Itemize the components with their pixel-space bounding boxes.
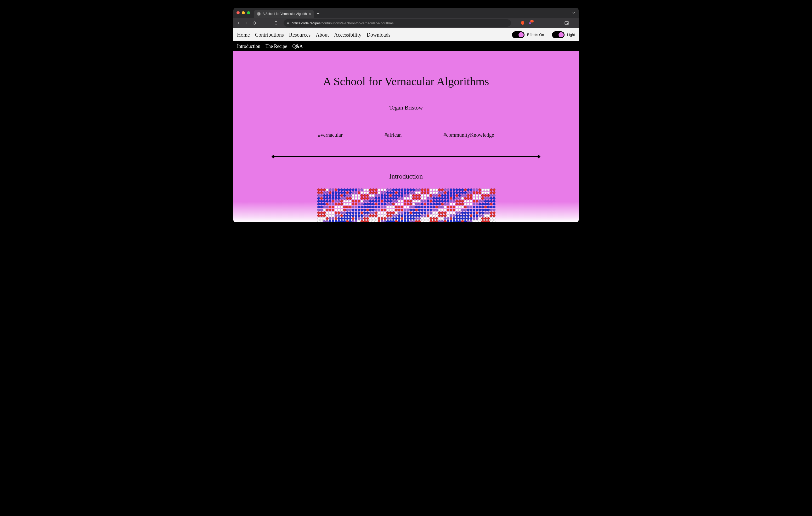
close-window-button[interactable]: [236, 11, 240, 14]
globe-icon: [257, 12, 261, 16]
subnav-recipe[interactable]: The Recipe: [265, 44, 287, 49]
theme-label: Light: [567, 33, 575, 37]
beadwork-image: [317, 188, 495, 222]
svg-rect-5: [567, 23, 568, 24]
theme-toggle[interactable]: [552, 31, 564, 38]
effects-label: Effects On: [527, 33, 544, 37]
bookmark-icon[interactable]: [274, 21, 278, 25]
window-controls: [236, 11, 250, 14]
close-tab-button[interactable]: ×: [309, 12, 311, 16]
article-author: Tegan Bristow: [233, 104, 579, 111]
forward-button[interactable]: [244, 21, 249, 25]
article-sub-nav: Introduction The Recipe Q&A: [233, 41, 579, 51]
page-viewport: Home Contributions Resources About Acces…: [233, 28, 579, 222]
pip-icon[interactable]: [564, 21, 569, 25]
back-button[interactable]: [236, 21, 241, 25]
address-bar[interactable]: criticalcode.recipes/contributions/a-sch…: [284, 19, 511, 27]
chevron-down-icon[interactable]: [572, 11, 576, 14]
section-heading: Introduction: [233, 173, 579, 180]
browser-window: A School for Vernacular Algorith × + c: [233, 8, 579, 222]
divider: [272, 156, 540, 157]
minimize-window-button[interactable]: [242, 11, 245, 14]
tag-african[interactable]: #african: [384, 132, 402, 138]
maximize-window-button[interactable]: [247, 11, 250, 14]
nav-home[interactable]: Home: [237, 32, 250, 38]
effects-toggle[interactable]: [512, 31, 524, 38]
lock-icon: [287, 22, 290, 25]
site-nav: Home Contributions Resources About Acces…: [233, 28, 579, 41]
article-hero: A School for Vernacular Algorithms Tegan…: [233, 51, 579, 222]
nav-accessibility[interactable]: Accessibility: [334, 32, 361, 38]
browser-toolbar: criticalcode.recipes/contributions/a-sch…: [233, 18, 579, 28]
reload-button[interactable]: [252, 21, 256, 25]
subnav-qa[interactable]: Q&A: [292, 44, 303, 49]
brave-rewards-icon[interactable]: 1: [528, 21, 532, 25]
nav-contributions[interactable]: Contributions: [255, 32, 284, 38]
tag-community-knowledge[interactable]: #communityKnowledge: [443, 132, 494, 138]
badge-count: 1: [530, 20, 534, 23]
brave-shields-icon[interactable]: [521, 21, 525, 25]
browser-tab[interactable]: A School for Vernacular Algorith ×: [254, 10, 314, 18]
separator: |: [517, 21, 517, 25]
subnav-introduction[interactable]: Introduction: [237, 44, 260, 49]
nav-downloads[interactable]: Downloads: [367, 32, 390, 38]
nav-resources[interactable]: Resources: [289, 32, 311, 38]
tab-title: A School for Vernacular Algorith: [263, 12, 307, 16]
new-tab-button[interactable]: +: [317, 11, 319, 17]
titlebar: A School for Vernacular Algorith × +: [233, 8, 579, 18]
article-title: A School for Vernacular Algorithms: [233, 75, 579, 88]
menu-icon[interactable]: [572, 21, 576, 25]
article-tags: #vernacular #african #communityKnowledge: [233, 132, 579, 138]
tag-vernacular[interactable]: #vernacular: [318, 132, 342, 138]
url-text: criticalcode.recipes/contributions/a-sch…: [292, 21, 394, 25]
svg-rect-3: [287, 23, 289, 24]
nav-about[interactable]: About: [316, 32, 329, 38]
